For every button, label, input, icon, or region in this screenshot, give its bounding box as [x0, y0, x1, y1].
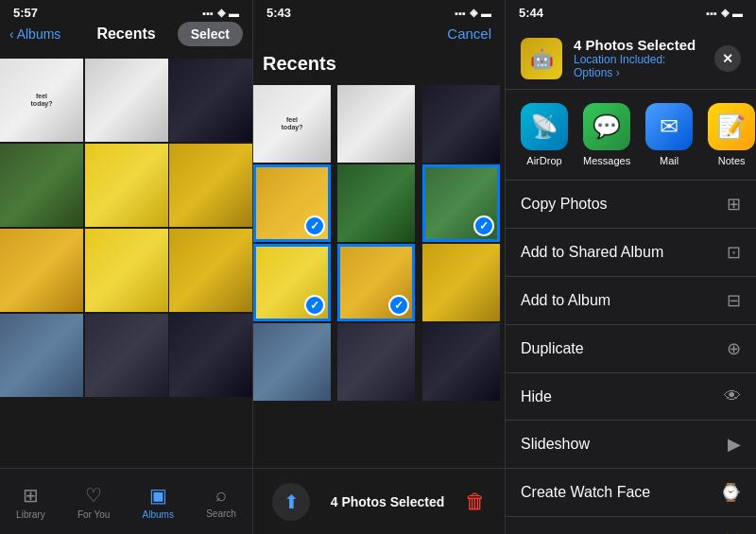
app-notes[interactable]: 📝 Notes: [708, 103, 755, 166]
search-tab-icon: ⌕: [215, 484, 227, 506]
photo-cell[interactable]: [0, 144, 83, 227]
check-badge: ✓: [473, 215, 494, 236]
menu-item-create-watch-face[interactable]: Create Watch Face ⌚: [506, 469, 756, 517]
cancel-button[interactable]: Cancel: [447, 26, 491, 42]
photo-cell[interactable]: [0, 229, 83, 312]
photo-cell[interactable]: [169, 314, 252, 397]
tab-search[interactable]: ⌕ Search: [206, 484, 236, 519]
bottom-bar: ⬆ 4 Photos Selected 🗑: [253, 468, 505, 534]
signal-icon: ▪▪▪: [202, 8, 214, 19]
albums-icon: ▣: [149, 484, 167, 507]
signal-icon-2: ▪▪▪: [455, 8, 466, 19]
photo-cell[interactable]: [169, 144, 252, 227]
close-button[interactable]: ✕: [714, 45, 741, 72]
photo-cell[interactable]: [422, 244, 500, 321]
wifi-icon-2: ◈: [470, 7, 477, 19]
back-chevron-icon: ‹: [9, 26, 14, 42]
select-button[interactable]: Select: [178, 22, 243, 46]
photo-overlay-text: feeltoday?: [31, 93, 53, 109]
photo-cell-selected[interactable]: ✓: [422, 164, 500, 242]
check-badge: ✓: [304, 295, 325, 316]
photo-cell[interactable]: [337, 85, 415, 163]
wifi-icon: ◈: [217, 7, 225, 19]
menu-item-add-album[interactable]: Add to Album ⊟: [506, 277, 756, 325]
share-button[interactable]: ⬆: [272, 483, 310, 521]
photo-cell[interactable]: [422, 85, 500, 163]
for-you-icon: ♡: [85, 484, 102, 507]
notes-icon: 📝: [708, 103, 755, 150]
app-icons-row: 📡 AirDrop 💬 Messages ✉ Mail 📝 Notes …: [506, 90, 756, 181]
menu-item-hide[interactable]: Hide 👁: [506, 373, 756, 421]
photo-cell[interactable]: [253, 323, 331, 401]
app-mail[interactable]: ✉ Mail: [645, 103, 693, 166]
add-shared-album-label: Add to Shared Album: [521, 244, 663, 261]
status-icons-2: ▪▪▪ ◈ ▬: [455, 7, 491, 19]
photo-cell[interactable]: [85, 59, 168, 142]
status-icons-3: ▪▪▪ ◈ ▬: [706, 7, 743, 19]
menu-item-slideshow[interactable]: Slideshow ▶: [506, 421, 756, 469]
add-album-label: Add to Album: [521, 292, 610, 309]
panel1-title: Recents: [96, 26, 155, 43]
copy-photos-label: Copy Photos: [521, 196, 608, 213]
time-1: 5:57: [13, 6, 38, 20]
share-header: 🤖 4 Photos Selected Location Included: O…: [506, 24, 756, 90]
check-badge: ✓: [304, 215, 325, 236]
menu-item-save-files[interactable]: Save to Files 📁: [506, 517, 756, 534]
tab-bar: ⊞ Library ♡ For You ▣ Albums ⌕ Search: [0, 468, 252, 534]
hide-label: Hide: [521, 388, 552, 405]
photo-cell[interactable]: [169, 59, 252, 142]
app-messages[interactable]: 💬 Messages: [583, 103, 630, 166]
time-3: 5:44: [519, 6, 543, 20]
tab-library[interactable]: ⊞ Library: [16, 484, 45, 520]
notes-label: Notes: [718, 155, 746, 166]
mail-label: Mail: [660, 155, 679, 166]
photo-cell-selected[interactable]: ✓: [337, 244, 415, 321]
photo-cell[interactable]: [0, 314, 83, 397]
panel2-title: Recents: [253, 47, 505, 80]
messages-icon: 💬: [583, 103, 630, 150]
signal-icon-3: ▪▪▪: [706, 8, 717, 19]
panel1-nav: ‹ Albums Recents Select: [0, 24, 252, 48]
share-thumbnail: 🤖: [521, 38, 562, 79]
tab-for-you[interactable]: ♡ For You: [77, 484, 110, 520]
photo-cell-selected[interactable]: [337, 164, 415, 242]
subtitle-link[interactable]: Options ›: [574, 66, 620, 79]
photo-cell[interactable]: [337, 323, 415, 401]
app-airdrop[interactable]: 📡 AirDrop: [521, 103, 568, 166]
mail-icon: ✉: [645, 103, 693, 150]
status-bar-1: 5:57 ▪▪▪ ◈ ▬: [0, 0, 252, 24]
photo-cell-selected[interactable]: ✓: [253, 164, 331, 242]
wifi-icon-3: ◈: [721, 7, 729, 19]
tab-albums-label: Albums: [143, 509, 174, 520]
share-menu-list: Copy Photos ⊞ Add to Shared Album ⊡ Add …: [506, 181, 756, 534]
tab-library-label: Library: [16, 509, 45, 520]
hide-icon: 👁: [724, 387, 741, 406]
photo-cell[interactable]: [85, 229, 168, 312]
photo-cell[interactable]: feeltoday?: [253, 85, 331, 163]
save-files-icon: 📁: [720, 530, 741, 534]
back-button[interactable]: ‹ Albums: [9, 26, 60, 42]
feel-text: feeltoday?: [282, 116, 303, 132]
photo-cell-selected[interactable]: ✓: [253, 244, 331, 321]
photo-cell[interactable]: [169, 229, 252, 312]
tab-search-label: Search: [206, 508, 236, 519]
messages-label: Messages: [583, 155, 630, 166]
delete-button[interactable]: 🗑: [465, 490, 486, 514]
share-icon: ⬆: [284, 491, 300, 513]
library-icon: ⊞: [23, 484, 39, 507]
menu-item-copy-photos[interactable]: Copy Photos ⊞: [506, 181, 756, 229]
battery-icon: ▬: [229, 8, 239, 19]
photo-cell[interactable]: feeltoday?: [0, 59, 83, 142]
photo-cell[interactable]: [85, 314, 168, 397]
add-album-icon: ⊟: [727, 290, 741, 311]
menu-item-add-shared-album[interactable]: Add to Shared Album ⊡: [506, 229, 756, 277]
battery-icon-2: ▬: [481, 8, 491, 19]
battery-icon-3: ▬: [732, 8, 743, 19]
create-watch-face-icon: ⌚: [720, 482, 741, 503]
menu-item-duplicate[interactable]: Duplicate ⊕: [506, 325, 756, 373]
photo-cell[interactable]: [422, 323, 500, 401]
tab-albums[interactable]: ▣ Albums: [143, 484, 174, 520]
duplicate-icon: ⊕: [727, 338, 741, 359]
status-icons-1: ▪▪▪ ◈ ▬: [202, 7, 239, 19]
photo-cell[interactable]: [85, 144, 168, 227]
